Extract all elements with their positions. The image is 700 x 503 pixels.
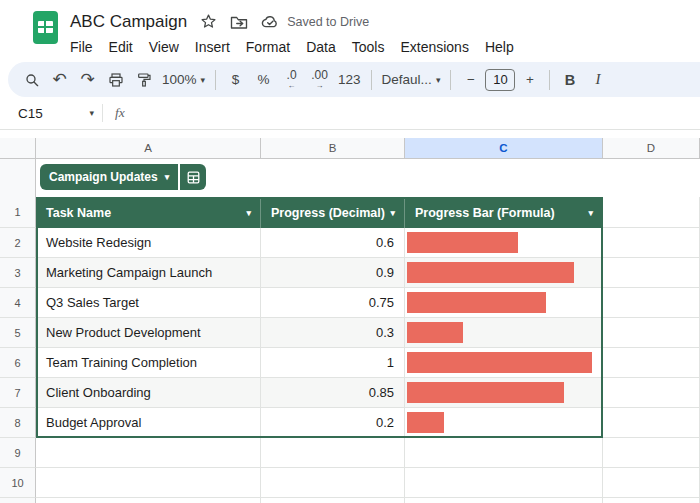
redo-icon[interactable]: ↷ bbox=[74, 67, 101, 93]
increase-font-size-button[interactable]: + bbox=[516, 67, 543, 93]
menu-item-help[interactable]: Help bbox=[477, 37, 522, 57]
empty-cell[interactable] bbox=[603, 228, 700, 258]
progress-cell[interactable]: 0.75 bbox=[261, 288, 405, 318]
empty-cell[interactable] bbox=[261, 498, 405, 503]
progress-cell[interactable]: 1 bbox=[261, 348, 405, 378]
more-formats-button[interactable]: 123 bbox=[334, 67, 365, 93]
empty-cell[interactable] bbox=[36, 468, 261, 498]
row-header-8[interactable]: 8 bbox=[0, 408, 36, 438]
progress-cell[interactable]: 0.6 bbox=[261, 228, 405, 258]
cell-d1[interactable] bbox=[603, 197, 700, 228]
row-header-10[interactable]: 10 bbox=[0, 468, 36, 498]
table-row: New Product Development 0.3 bbox=[36, 318, 700, 348]
empty-cell[interactable] bbox=[36, 498, 261, 503]
task-cell[interactable]: Marketing Campaign Launch bbox=[36, 258, 261, 288]
sheets-logo-icon[interactable] bbox=[33, 11, 58, 44]
chevron-down-icon[interactable]: ▾ bbox=[246, 208, 251, 218]
empty-cell[interactable] bbox=[36, 438, 261, 468]
menu-item-view[interactable]: View bbox=[141, 37, 187, 57]
search-icon[interactable] bbox=[18, 67, 45, 93]
saved-status[interactable]: Saved to Drive bbox=[287, 15, 369, 29]
decrease-decimal-button[interactable]: .0 ← bbox=[278, 67, 305, 93]
paint-format-icon[interactable] bbox=[130, 67, 157, 93]
progress-bar-cell[interactable] bbox=[405, 318, 603, 348]
table-name-button[interactable]: Campaign Updates ▾ bbox=[40, 164, 178, 190]
row-header-9[interactable]: 9 bbox=[0, 438, 36, 468]
column-header-b[interactable]: B bbox=[261, 138, 405, 159]
progress-bar-cell[interactable] bbox=[405, 258, 603, 288]
name-box[interactable]: C15 ▾ bbox=[18, 106, 94, 121]
empty-cell[interactable] bbox=[603, 348, 700, 378]
task-cell[interactable]: Team Training Completion bbox=[36, 348, 261, 378]
print-icon[interactable] bbox=[102, 67, 129, 93]
empty-cell[interactable] bbox=[261, 468, 405, 498]
empty-cell[interactable] bbox=[261, 438, 405, 468]
empty-cell[interactable] bbox=[405, 498, 603, 503]
task-cell[interactable]: New Product Development bbox=[36, 318, 261, 348]
format-percent-button[interactable]: % bbox=[250, 67, 277, 93]
chevron-down-icon[interactable]: ▾ bbox=[390, 208, 395, 218]
bold-button[interactable]: B bbox=[556, 67, 583, 93]
menu-item-edit[interactable]: Edit bbox=[101, 37, 141, 57]
empty-cell[interactable] bbox=[603, 468, 700, 498]
zoom-value: 100% bbox=[162, 72, 197, 87]
progress-bar-cell[interactable] bbox=[405, 228, 603, 258]
menu-item-tools[interactable]: Tools bbox=[344, 37, 393, 57]
progress-bar-cell[interactable] bbox=[405, 378, 603, 408]
cloud-saved-icon[interactable] bbox=[261, 14, 280, 29]
row-header-11[interactable]: 11 bbox=[0, 498, 36, 503]
progress-bar-cell[interactable] bbox=[405, 288, 603, 318]
menu-item-format[interactable]: Format bbox=[238, 37, 298, 57]
table-header-progress-bar[interactable]: Progress Bar (Formula) ▾ bbox=[405, 197, 603, 228]
row-header-6[interactable]: 6 bbox=[0, 348, 36, 378]
menu-item-file[interactable]: File bbox=[62, 37, 101, 57]
task-cell[interactable]: Q3 Sales Target bbox=[36, 288, 261, 318]
decrease-font-size-button[interactable]: − bbox=[457, 67, 484, 93]
table-menu-button[interactable] bbox=[180, 164, 206, 190]
font-dropdown[interactable]: Defaul... ▾ bbox=[378, 67, 445, 93]
progress-cell[interactable]: 0.85 bbox=[261, 378, 405, 408]
increase-decimal-button[interactable]: .00 → bbox=[306, 67, 333, 93]
row-header-3[interactable]: 3 bbox=[0, 258, 36, 288]
table-header-progress-decimal[interactable]: Progress (Decimal) ▾ bbox=[261, 197, 405, 228]
row-header-1[interactable]: 1 bbox=[0, 197, 36, 228]
move-folder-icon[interactable] bbox=[230, 14, 248, 30]
column-header-a[interactable]: A bbox=[36, 138, 261, 159]
star-icon[interactable] bbox=[200, 13, 217, 30]
empty-cell[interactable] bbox=[603, 258, 700, 288]
progress-bar-cell[interactable] bbox=[405, 348, 603, 378]
empty-cell[interactable] bbox=[603, 378, 700, 408]
progress-cell[interactable]: 0.9 bbox=[261, 258, 405, 288]
empty-cell[interactable] bbox=[405, 468, 603, 498]
progress-cell[interactable]: 0.3 bbox=[261, 318, 405, 348]
progress-bar-cell[interactable] bbox=[405, 408, 603, 438]
row-header-7[interactable]: 7 bbox=[0, 378, 36, 408]
task-cell[interactable]: Website Redesign bbox=[36, 228, 261, 258]
row-header-2[interactable]: 2 bbox=[0, 228, 36, 258]
empty-cell[interactable] bbox=[603, 498, 700, 503]
table-header-task-name[interactable]: Task Name ▾ bbox=[36, 197, 261, 228]
empty-cell[interactable] bbox=[603, 438, 700, 468]
undo-icon[interactable]: ↶ bbox=[46, 67, 73, 93]
task-cell[interactable]: Budget Approval bbox=[36, 408, 261, 438]
row-header-4[interactable]: 4 bbox=[0, 288, 36, 318]
menu-item-data[interactable]: Data bbox=[298, 37, 344, 57]
menu-item-extensions[interactable]: Extensions bbox=[392, 37, 476, 57]
italic-button[interactable]: I bbox=[584, 67, 611, 93]
progress-cell[interactable]: 0.2 bbox=[261, 408, 405, 438]
select-all-corner[interactable] bbox=[0, 138, 36, 159]
empty-cell[interactable] bbox=[405, 438, 603, 468]
chevron-down-icon[interactable]: ▾ bbox=[588, 208, 593, 218]
document-title[interactable]: ABC Campaign bbox=[70, 12, 187, 32]
menu-item-insert[interactable]: Insert bbox=[187, 37, 238, 57]
empty-cell[interactable] bbox=[603, 318, 700, 348]
task-cell[interactable]: Client Onboarding bbox=[36, 378, 261, 408]
format-currency-button[interactable]: $ bbox=[222, 67, 249, 93]
row-header-5[interactable]: 5 bbox=[0, 318, 36, 348]
column-header-c[interactable]: C bbox=[405, 138, 603, 159]
font-size-input[interactable]: 10 bbox=[485, 69, 515, 91]
empty-cell[interactable] bbox=[603, 288, 700, 318]
column-header-d[interactable]: D bbox=[603, 138, 700, 159]
zoom-dropdown[interactable]: 100% ▾ bbox=[158, 67, 209, 93]
empty-cell[interactable] bbox=[603, 408, 700, 438]
